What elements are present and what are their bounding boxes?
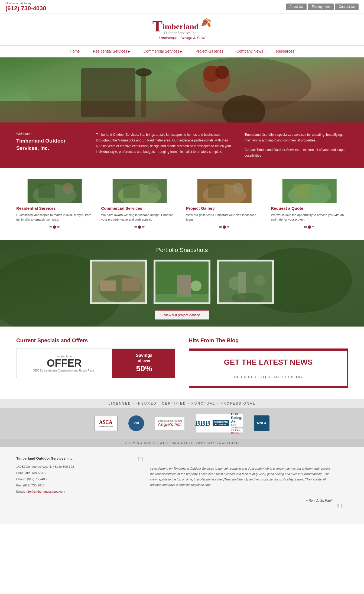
svg-point-18 [148,183,158,194]
service-desc-0: Customized landscapes to match individua… [16,213,93,222]
svg-rect-13 [38,184,55,198]
residential-arrow-icon: ▶ [128,50,131,53]
bbb-logo-icon: BBB [195,419,210,428]
service-card-3: Request a Quote We would love the opport… [271,179,348,229]
footer-email-label: Email: [16,490,25,493]
footer-company-name: Timberland Outdoor Services, Inc. [16,456,123,460]
specials-blog-section: Current Specials and Offers limited time… [0,327,364,399]
svg-point-6 [135,68,152,76]
service-title-1: Commercial Services [101,206,178,211]
footer-address2: Prior Lake, MN 55372 [16,470,123,476]
testimonial-author: – Ron V., St. Paul [134,499,348,502]
close-quote-icon: " [134,505,348,515]
bbb-date: as of 10/25/2016 [231,424,243,429]
nav-resources[interactable]: Resources [270,46,301,57]
footer-phone: Phone: (612) 730-4030 [16,476,123,482]
svg-point-9 [215,66,229,79]
blog-card-bottom-bar [189,386,347,388]
offer-sub-text: $250 for Landscape Consultation and Roug… [33,369,95,372]
blog-sub-text: CLICK HERE TO READ OUR BLOG [195,375,342,379]
logo-leaf-icon: 🍂 [201,17,212,28]
svg-point-43 [229,276,242,290]
offer-main-text: OFFER [47,358,82,368]
offer-right: Savings of over 50% [113,349,175,378]
svg-rect-3 [0,101,364,122]
footer-address: 14033 Commerce Ave. N. • Suite 300-322 P… [16,464,123,495]
service-title-0: Residential Services [16,206,93,211]
bbb-accredited: ACCREDITEDBUSINESS [213,420,229,426]
svg-point-39 [191,280,202,291]
logo-outdoor: Outdoor Services Inc. [162,31,199,35]
footer-fax: Fax: (612) 730-1615 [16,482,123,489]
blog-col: Hits From The Blog GET THE LATEST NEWS C… [189,337,348,389]
svg-point-44 [254,275,265,286]
svg-rect-17 [123,184,139,198]
top-bar-nav: About Us Employment Contact Us [286,4,359,10]
welcome-title: Timberland Outdoor Services, Inc. [16,137,85,152]
portfolio-title: Portfolio Snapshots [125,247,239,254]
welcome-col-1: Welcome to Timberland Outdoor Services, … [16,132,85,159]
service-desc-3: We would love the opportunity to provide… [271,213,348,222]
savings-line1: Savings [136,353,152,359]
employment-link[interactable]: Employment [308,4,334,10]
svg-point-22 [233,183,243,194]
savings-pct: 50% [136,363,152,374]
footer: Timberland Outdoor Services, Inc. 14033 … [0,447,364,524]
service-img-2 [186,179,263,203]
site-header: T imberland Outdoor Services Inc. 🍂 Land… [0,14,364,45]
service-more-0[interactable]: mre [49,225,60,229]
bbb-rating: BBB Rating: A+ [231,412,243,424]
service-more-1[interactable]: mre [134,225,145,229]
svg-point-14 [63,183,74,194]
commercial-arrow-icon: ▶ [180,50,183,53]
contact-us-link[interactable]: Contact Us [335,4,359,10]
services-grid: Residential Services Customized landscap… [0,168,364,240]
serving-bar: SERVING SOUTH, WEST AND OTHER TWIN CITY … [0,439,364,447]
nav-galleries[interactable]: Project Galleries [189,46,230,57]
portfolio-images [90,260,274,304]
blog-heading: Hits From The Blog [189,337,348,344]
footer-email-link[interactable]: info@timberlandscapes.com [26,490,65,493]
logo-tagline: Landscape · Design & Build [152,36,212,40]
service-card-0: Residential Services Customized landscap… [16,179,93,229]
bbb-review-link[interactable]: Click For Review [231,429,243,434]
about-us-link[interactable]: About Us [286,4,307,10]
portfolio-img-2 [154,260,210,304]
nav-home[interactable]: Home [63,46,86,57]
service-img-1 [101,179,178,203]
svg-rect-25 [293,184,309,198]
footer-email-row: Email: info@timberlandscapes.com [16,489,123,495]
svg-point-42 [231,293,264,304]
nav-commercial[interactable]: Commercial Services ▶ [137,46,189,57]
service-title-3: Request a Quote [271,206,348,211]
portfolio-section: Portfolio Snapshots [0,240,364,327]
main-nav: Home Residential Services ▶ Commercial S… [0,45,364,57]
open-quote-icon: " [137,454,145,473]
logo: T imberland Outdoor Services Inc. 🍂 Land… [152,19,212,40]
svg-rect-38 [155,294,210,304]
svg-rect-21 [208,184,225,198]
blog-card[interactable]: GET THE LATEST NEWS CLICK HERE TO READ O… [189,348,348,389]
asca-badge: ASCA Accredited Stone [95,416,118,431]
give-call-text: Give us a call today! [5,2,46,5]
view-gallery-button[interactable]: view full project gallery [155,310,210,320]
service-desc-2: View our galleries to jumpstart your own… [186,213,263,222]
service-desc-1: We have award-winning landscape design. … [101,213,178,222]
svg-point-26 [317,183,328,194]
footer-right: " I can depend on Timberland Outdoor Ser… [134,456,348,515]
svg-rect-5 [141,74,146,117]
welcome-col3-p1: Timberland also offers specialized servi… [245,132,348,143]
blog-headline: GET THE LATEST NEWS [195,358,342,367]
svg-rect-34 [122,278,141,291]
badges-row: ASCA Accredited Stone ICPI Check out our… [0,408,364,439]
nav-residential[interactable]: Residential Services ▶ [86,46,137,57]
footer-address1: 14033 Commerce Ave. N. • Suite 300-322 [16,464,123,470]
bbb-badge: BBB ACCREDITEDBUSINESS BBB Rating: A+ as… [196,414,243,433]
nav-news[interactable]: Company News [230,46,270,57]
specials-col: Current Specials and Offers limited time… [16,337,175,389]
service-img-0 [16,179,93,203]
service-title-2: Project Gallery [186,206,263,211]
service-more-2[interactable]: mre [219,225,230,229]
welcome-col-2: Timberland Outdoor Services, Inc. brings… [96,132,233,159]
service-more-3[interactable]: mre [304,225,315,229]
